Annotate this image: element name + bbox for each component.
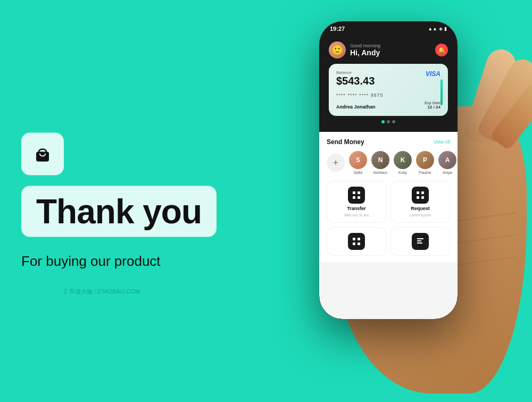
bag-icon-box (21, 133, 64, 175)
phone-frame: 19:27 ▲▲ ◈ ▮ 🙂 Good morning (319, 21, 458, 319)
card-stripe-decoration (440, 79, 443, 105)
thank-you-box: Thank you (21, 186, 217, 237)
action-request[interactable]: Request Lorem ipsum (390, 181, 450, 223)
cardholder-name: Andrea Jonathan (336, 104, 376, 110)
actions-grid: Transfer Take acc to acc Reque (327, 181, 450, 256)
contact-avatar-sallie: S (349, 151, 367, 169)
transfer-icon (348, 187, 365, 204)
send-money-header: Send Money View All (327, 138, 450, 146)
contact-nicklaus[interactable]: N Nicklaus (371, 151, 389, 174)
balance-amount: $543.43 (336, 75, 440, 87)
greeting-texts: Good morning Hi, Andy (350, 43, 380, 57)
left-content: Thank you For buying our product (21, 133, 217, 270)
bag-icon (32, 144, 53, 165)
dot-1 (387, 120, 390, 123)
notification-bell[interactable]: 🔔 (435, 44, 448, 56)
svg-rect-13 (358, 242, 360, 245)
request-icon (412, 187, 429, 204)
contact-name-aniya: Aniya (443, 171, 452, 174)
dot-2 (392, 120, 395, 123)
phone-wrapper: 19:27 ▲▲ ◈ ▮ 🙂 Good morning (261, 11, 516, 393)
exp-date: 12 / 24 (425, 105, 440, 110)
contact-name-sallie: Sallie (353, 171, 362, 174)
card-bottom: Andrea Jonathan Exp Date 12 / 24 (336, 101, 440, 110)
contact-avatar-nicklaus: N (371, 151, 389, 169)
action4-icon (412, 233, 429, 250)
svg-rect-4 (353, 196, 355, 199)
contact-avatar-pauline: P (416, 151, 434, 169)
contact-aniya[interactable]: A Aniya (438, 151, 456, 174)
status-bar: 19:27 ▲▲ ◈ ▮ (319, 26, 458, 32)
balance-label: Balance (336, 70, 440, 75)
thank-you-heading: Thank you (36, 195, 202, 229)
transfer-title: Transfer (347, 206, 366, 211)
greeting-small: Good morning (350, 43, 380, 48)
card-expiry: Exp Date 12 / 24 (425, 101, 440, 110)
svg-rect-11 (358, 238, 360, 240)
contact-name-nicklaus: Nicklaus (373, 171, 387, 174)
contact-avatar-aniya: A (438, 151, 456, 169)
greeting-large: Hi, Andy (350, 48, 380, 57)
action-3[interactable] (327, 227, 386, 256)
screen-white-section: Send Money View All + S Sallie N Nicklau… (319, 132, 458, 262)
svg-rect-7 (421, 191, 424, 194)
request-title: Request (411, 206, 430, 211)
contact-name-pauline: Pauline (419, 171, 431, 174)
contacts-row: + S Sallie N Nicklaus K Koby P (327, 151, 450, 174)
contact-name-koby: Koby (398, 171, 407, 174)
screen-dark-top: 🙂 Good morning Hi, Andy 🔔 Balance $543.4… (319, 21, 458, 132)
signal-icon: ▲▲ (428, 26, 437, 31)
avatar-name-group: 🙂 Good morning Hi, Andy (329, 41, 380, 58)
svg-rect-5 (358, 196, 360, 199)
contact-avatar-koby: K (394, 151, 412, 169)
status-icons: ▲▲ ◈ ▮ (428, 26, 447, 31)
contact-koby[interactable]: K Koby (394, 151, 412, 174)
request-sub: Lorem ipsum (410, 213, 431, 217)
avatar: 🙂 (329, 41, 346, 58)
svg-rect-2 (353, 191, 355, 194)
credit-card: Balance $543.43 VISA **** **** **** 9875… (329, 64, 448, 116)
svg-rect-6 (417, 191, 419, 194)
svg-rect-3 (358, 191, 360, 194)
view-all-link[interactable]: View All (434, 139, 450, 145)
svg-rect-9 (421, 196, 424, 199)
card-brand: VISA (426, 70, 440, 78)
svg-rect-8 (417, 196, 419, 199)
svg-rect-12 (353, 242, 355, 245)
battery-icon: ▮ (444, 26, 447, 31)
card-pagination-dots (329, 120, 448, 123)
wifi-icon: ◈ (439, 26, 443, 31)
action3-icon (348, 233, 365, 250)
contact-sallie[interactable]: S Sallie (349, 151, 367, 174)
subtitle-text: For buying our product (21, 253, 217, 270)
exp-label: Exp Date (425, 101, 440, 105)
dot-active (381, 120, 385, 123)
contact-pauline[interactable]: P Pauline (416, 151, 434, 174)
transfer-sub: Take acc to acc (344, 213, 369, 217)
svg-rect-10 (353, 238, 355, 240)
send-money-title: Send Money (327, 138, 364, 146)
greeting-row: 🙂 Good morning Hi, Andy 🔔 (329, 41, 448, 58)
add-contact-button[interactable]: + (327, 154, 345, 172)
action-transfer[interactable]: Transfer Take acc to acc (327, 181, 386, 223)
card-number: **** **** **** 9875 (336, 93, 440, 98)
phone-screen: 19:27 ▲▲ ◈ ▮ 🙂 Good morning (319, 21, 458, 319)
status-time: 19:27 (330, 26, 345, 32)
watermark: Z 早道大咖 / ZTAOBAO.COM (64, 288, 140, 296)
action-4[interactable] (390, 227, 450, 256)
